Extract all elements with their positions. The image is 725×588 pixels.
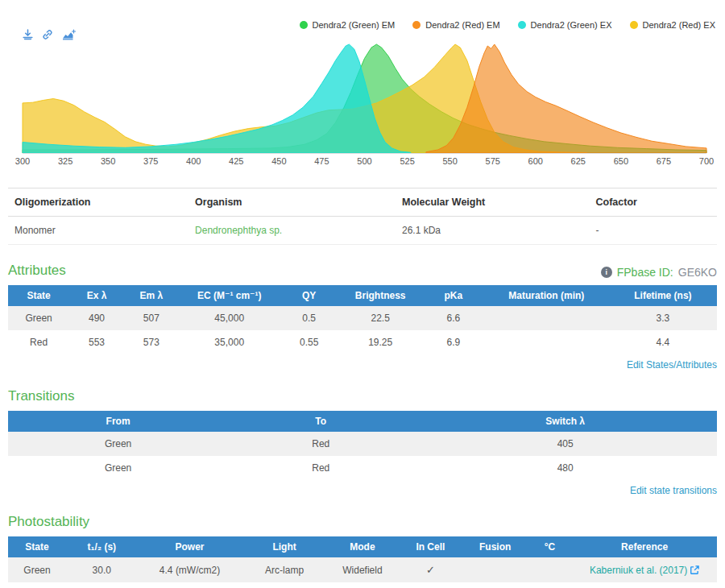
x-axis-tick-label: 575 [486,156,500,166]
external-link-icon[interactable] [690,565,699,574]
legend-dot-icon [630,21,638,29]
cell: Kaberniuk et al. (2017) [572,582,717,588]
transitions-table: FromToSwitch λGreenRed405GreenRed480 [8,411,717,480]
photostability-table: Statet₁/₂ (s)PowerLightModeIn CellFusion… [8,536,717,588]
cell [528,557,572,582]
link-icon[interactable] [42,29,53,40]
table-row: GreenRed405 [8,432,717,456]
fpbase-id-value: GE6KO [678,266,717,279]
column-header: Lifetime (ns) [609,285,717,306]
cell: Green [8,557,66,582]
legend-label: Dendra2 (Red) EX [643,20,716,30]
cell: 4.4 [609,330,717,354]
column-header: Maturation (min) [484,285,609,306]
cell: 6.6 [423,306,484,330]
cell: Green [8,432,228,456]
legend-label: Dendra2 (Green) EX [531,20,612,30]
cell: Dendronephthya sp. [188,217,396,245]
x-axis-tick-label: 700 [699,156,714,166]
cell: 6.9 [423,330,484,354]
cell: 45,000 [179,306,280,330]
table-row: Green49050745,0000.522.56.63.3 [8,306,717,330]
x-axis-tick-label: 375 [143,156,158,166]
photostability-section: Photostability Statet₁/₂ (s)PowerLightMo… [8,514,717,588]
cell: Arc-lamp [242,557,327,582]
cell: 490 [69,306,124,330]
legend-item[interactable]: Dendra2 (Green) EX [518,20,612,30]
legend-label: Dendra2 (Green) EM [313,20,396,30]
x-axis-tick-label: 525 [400,156,414,166]
cell: 0.55 [280,330,338,354]
spectra-chart-section: Dendra2 (Green) EMDendra2 (Red) EMDendra… [8,0,717,173]
legend-item[interactable]: Dendra2 (Green) EM [300,20,396,30]
x-axis-tick-label: 675 [657,156,671,166]
column-header: Molecular Weight [396,188,590,217]
table-row: Red1050.04.4 (mw/cm2)Arc-lampWidefield✓K… [8,582,717,588]
cell: 0.5 [280,306,338,330]
cell: Green [8,456,228,480]
check-icon: ✓ [398,557,462,582]
legend-dot-icon [412,21,420,29]
column-header: From [8,411,228,432]
cell [463,582,528,588]
chart-toolbar [23,29,76,40]
column-header: Ex λ [69,285,124,306]
x-axis-tick-label: 550 [442,156,457,166]
legend-item[interactable]: Dendra2 (Red) EM [412,20,499,30]
cell: Green [8,306,69,330]
cell: - [590,217,718,245]
chart-legend: Dendra2 (Green) EMDendra2 (Red) EMDendra… [300,20,715,30]
download-icon[interactable] [23,29,33,40]
info-icon[interactable]: i [601,267,612,278]
x-axis-tick-label: 650 [614,156,628,166]
cell: Arc-lamp [242,582,327,588]
cell: Kaberniuk et al. (2017) [572,557,717,582]
cell: Red [8,330,69,354]
cell: 553 [69,330,124,354]
organism-link[interactable]: Dendronephthya sp. [195,225,282,236]
legend-label: Dendra2 (Red) EM [425,20,499,30]
cell: 19.25 [338,330,423,354]
cell: 1050.0 [66,582,138,588]
cell: 405 [413,432,717,456]
column-header: QY [280,285,338,306]
column-header: Mode [327,536,399,557]
column-header: EC (M⁻¹ cm⁻¹) [179,285,280,306]
table-row: Red55357335,0000.5519.256.94.4 [8,330,717,354]
check-icon: ✓ [398,582,462,588]
legend-dot-icon [518,21,526,29]
x-axis-tick-label: 425 [229,156,243,166]
column-header: pKa [423,285,484,306]
cell: Red [8,582,66,588]
column-header: Fusion [463,536,528,557]
column-header: Cofactor [590,188,718,217]
cell: Red [228,456,413,480]
x-axis-tick-label: 625 [571,156,586,166]
edit-transitions-link[interactable]: Edit state transitions [630,485,717,496]
legend-item[interactable]: Dendra2 (Red) EX [630,20,716,30]
cell: Widefield [327,582,399,588]
column-header: °C [528,536,572,557]
x-axis-tick-label: 475 [314,156,329,166]
cell: 507 [124,306,179,330]
edit-states-link[interactable]: Edit States/Attributes [627,359,717,371]
add-spectrum-icon[interactable] [62,29,76,40]
cell: 4.4 (mw/cm2) [138,582,242,588]
cell [463,557,528,582]
fpbase-id-label: FPbase ID: [617,266,673,279]
x-axis-tick-label: 500 [357,156,371,166]
x-axis-tick-label: 450 [271,156,286,166]
table-row: GreenRed480 [8,456,717,480]
column-header: Organism [188,188,396,217]
x-axis-tick-label: 325 [58,156,72,166]
cell: Monomer [8,217,188,245]
transitions-title: Transitions [8,388,75,404]
cell: 4.4 (mW/cm2) [138,557,242,582]
cell [484,306,609,330]
column-header: State [8,536,66,557]
column-header: Light [242,536,327,557]
reference-link[interactable]: Kaberniuk et al. (2017) [590,565,687,576]
x-axis-tick-label: 350 [101,156,115,166]
cell: 30.0 [66,557,138,582]
fpbase-id-badge: i FPbase ID: GE6KO [601,266,717,279]
